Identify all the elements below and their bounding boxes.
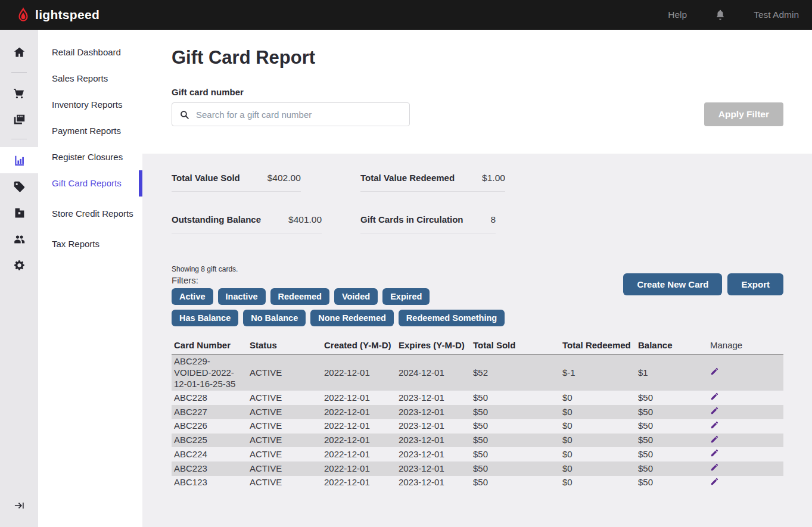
table-row: ABC227 ACTIVE 2022-12-01 2023-12-01 $50 … xyxy=(172,405,783,419)
edit-card-icon[interactable] xyxy=(710,477,719,486)
export-button[interactable]: Export xyxy=(727,273,783,295)
home-icon[interactable] xyxy=(0,39,38,65)
edit-card-icon[interactable] xyxy=(710,392,719,401)
col-expires: Expires (Y-M-D) xyxy=(396,338,471,355)
report-body: Total Value Sold $402.00 Total Value Red… xyxy=(142,154,812,527)
sales-cart-icon[interactable] xyxy=(0,80,38,106)
edit-card-icon[interactable] xyxy=(710,420,719,429)
page-title: Gift Card Report xyxy=(172,46,783,68)
filter-no-balance-button[interactable]: No Balance xyxy=(243,310,306,326)
col-status: Status xyxy=(247,338,322,355)
showing-count: Showing 8 gift cards. xyxy=(172,265,783,273)
filter-redeemed-button[interactable]: Redeemed xyxy=(270,288,329,305)
register-icon[interactable] xyxy=(0,106,38,132)
reports-chart-icon[interactable] xyxy=(0,147,38,173)
stat-total-value-sold: Total Value Sold $402.00 xyxy=(172,173,301,192)
filter-has-balance-button[interactable]: Has Balance xyxy=(172,310,238,326)
table-row: ABC228 ACTIVE 2022-12-01 2023-12-01 $50 … xyxy=(172,391,783,405)
tag-icon[interactable] xyxy=(0,173,38,199)
sidebar-item-payment-reports[interactable]: Payment Reports xyxy=(38,118,142,144)
table-row: ABC123 ACTIVE 2022-12-01 2023-12-01 $50 … xyxy=(172,476,783,490)
table-row: ABC229-VOIDED-2022-12-01-16-25-35 ACTIVE… xyxy=(172,355,783,391)
inventory-box-icon[interactable] xyxy=(0,199,38,226)
gift-cards-table: Card Number Status Created (Y-M-D) Expir… xyxy=(172,338,783,490)
edit-card-icon[interactable] xyxy=(710,448,719,457)
search-icon xyxy=(179,110,189,120)
table-row: ABC225 ACTIVE 2022-12-01 2023-12-01 $50 … xyxy=(172,434,783,448)
gift-card-search-box xyxy=(172,102,410,126)
create-new-card-button[interactable]: Create New Card xyxy=(623,273,722,295)
edit-card-icon[interactable] xyxy=(710,435,719,444)
col-total-sold: Total Sold xyxy=(471,338,560,355)
edit-card-icon[interactable] xyxy=(710,367,719,376)
reports-sidebar: Retail Dashboard Sales Reports Inventory… xyxy=(38,30,142,527)
sidebar-item-tax-reports[interactable]: Tax Reports xyxy=(38,231,142,257)
table-row: ABC224 ACTIVE 2022-12-01 2023-12-01 $50 … xyxy=(172,447,783,461)
stat-gift-cards-in-circulation: Gift Cards in Circulation 8 xyxy=(360,214,496,233)
col-total-redeemed: Total Redeemed xyxy=(560,338,636,355)
filter-panel: Gift Card Report Gift card number Apply … xyxy=(142,30,812,154)
customers-icon[interactable] xyxy=(0,226,38,252)
filter-inactive-button[interactable]: Inactive xyxy=(218,288,266,305)
sidebar-item-register-closures[interactable]: Register Closures xyxy=(38,144,142,170)
icon-rail xyxy=(0,30,38,527)
main-content: Gift Card Report Gift card number Apply … xyxy=(142,30,812,527)
collapse-sidebar-icon[interactable] xyxy=(0,492,38,519)
table-row: ABC226 ACTIVE 2022-12-01 2023-12-01 $50 … xyxy=(172,419,783,434)
table-header-row: Card Number Status Created (Y-M-D) Expir… xyxy=(172,338,783,355)
edit-card-icon[interactable] xyxy=(710,463,719,472)
gift-card-search-input[interactable] xyxy=(195,109,402,120)
rail-divider xyxy=(11,139,27,139)
flame-icon xyxy=(17,7,30,23)
gift-card-number-label: Gift card number xyxy=(172,87,783,97)
rail-divider xyxy=(11,72,27,73)
col-balance: Balance xyxy=(636,338,708,355)
filter-none-redeemed-button[interactable]: None Redeemed xyxy=(310,310,394,326)
sidebar-item-inventory-reports[interactable]: Inventory Reports xyxy=(38,92,142,118)
sidebar-item-store-credit-reports[interactable]: Store Credit Reports xyxy=(38,197,142,231)
table-actions: Create New Card Export xyxy=(623,273,783,295)
active-item-indicator xyxy=(139,170,142,197)
sidebar-item-retail-dashboard[interactable]: Retail Dashboard xyxy=(38,39,142,66)
filter-expired-button[interactable]: Expired xyxy=(382,288,430,305)
table-row: ABC223 ACTIVE 2022-12-01 2023-12-01 $50 … xyxy=(172,461,783,476)
col-manage: Manage xyxy=(708,338,783,355)
filter-redeemed-something-button[interactable]: Redeemed Something xyxy=(399,310,505,326)
settings-gear-icon[interactable] xyxy=(0,252,38,278)
balance-filter-row: Has Balance No Balance None Redeemed Red… xyxy=(172,310,783,326)
sidebar-item-gift-card-reports[interactable]: Gift Card Reports xyxy=(38,170,142,197)
filter-active-button[interactable]: Active xyxy=(172,288,213,305)
user-menu[interactable]: Test Admin xyxy=(754,10,799,20)
list-controls: Showing 8 gift cards. Filters: Active In… xyxy=(172,265,783,326)
summary-stats: Total Value Sold $402.00 Total Value Red… xyxy=(172,173,783,233)
notifications-bell-icon[interactable] xyxy=(714,8,726,21)
lightspeed-logo[interactable]: lightspeed xyxy=(17,7,99,23)
brand-name: lightspeed xyxy=(35,8,99,22)
help-link[interactable]: Help xyxy=(668,10,687,20)
stat-outstanding-balance: Outstanding Balance $401.00 xyxy=(172,214,322,233)
edit-card-icon[interactable] xyxy=(710,406,719,415)
col-created: Created (Y-M-D) xyxy=(322,338,396,355)
filter-voided-button[interactable]: Voided xyxy=(334,288,378,305)
sidebar-item-sales-reports[interactable]: Sales Reports xyxy=(38,66,142,92)
topbar: lightspeed Help Test Admin xyxy=(0,0,812,30)
stat-total-value-redeemed: Total Value Redeemed $1.00 xyxy=(360,173,505,192)
col-card-number: Card Number xyxy=(172,338,247,355)
apply-filter-button[interactable]: Apply Filter xyxy=(704,102,783,126)
